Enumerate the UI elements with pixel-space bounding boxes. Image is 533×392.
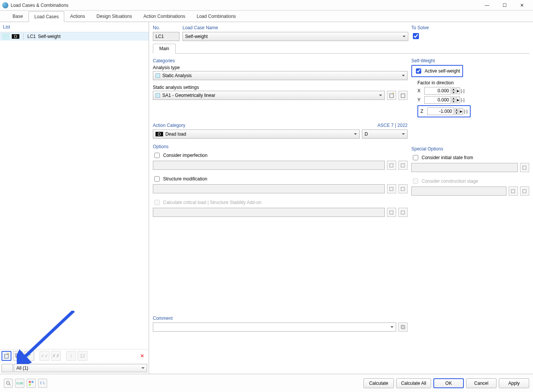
help-button[interactable]	[4, 379, 13, 388]
load-case-code: LC1	[27, 34, 36, 39]
edit-icon	[400, 93, 406, 98]
delete-button[interactable]: ✕	[137, 351, 147, 361]
spin-down-icon[interactable]: ▼	[455, 111, 458, 115]
action-category-title: Action Category	[153, 123, 185, 128]
structure-mod-edit-button[interactable]	[398, 184, 408, 193]
filter-prefix[interactable]	[2, 364, 13, 372]
filter-value: All (1)	[16, 365, 28, 371]
new-load-case-button[interactable]	[2, 351, 11, 361]
spin-up-icon[interactable]: ▲	[452, 87, 455, 91]
expand-icon[interactable]: ▶	[456, 96, 460, 103]
tab-action-combinations[interactable]: Action Combinations	[138, 11, 191, 22]
static-settings-swatch	[155, 93, 160, 98]
filter-combo[interactable]: All (1)	[14, 364, 147, 372]
svg-rect-21	[29, 384, 31, 386]
active-self-weight-check[interactable]: Active self-weight	[414, 67, 460, 75]
svg-rect-20	[32, 381, 33, 383]
minimize-button[interactable]: —	[478, 0, 496, 11]
spin-up-icon[interactable]: ▲	[455, 108, 458, 111]
factor-y-input[interactable]	[424, 96, 451, 104]
categories-title: Categories	[153, 58, 408, 63]
expand-icon[interactable]: ▶	[456, 87, 460, 94]
initial-state-check[interactable]: Consider initial state from	[411, 154, 529, 161]
calculate-button[interactable]: Calculate	[363, 378, 394, 388]
edit-icon	[401, 210, 405, 215]
name-label: Load Case Name	[182, 25, 408, 30]
comment-field[interactable]	[153, 322, 396, 332]
critical-new-button[interactable]	[387, 208, 396, 217]
structure-mod-check[interactable]: Structure modification	[153, 175, 408, 183]
construction-stage-new-button[interactable]	[509, 187, 518, 196]
renumber-button[interactable]: 12	[78, 351, 87, 361]
load-type-badge: D	[12, 34, 19, 39]
cancel-button[interactable]: Cancel	[466, 378, 497, 388]
critical-edit-button[interactable]	[398, 208, 408, 217]
load-case-name: Self-weight	[38, 34, 60, 39]
tab-base[interactable]: Base	[7, 11, 29, 22]
tab-design-situations[interactable]: Design Situations	[91, 11, 138, 22]
action-category-select[interactable]: D Dead load	[153, 130, 360, 139]
analysis-type-select[interactable]: Static Analysis	[153, 71, 408, 80]
subtab-main[interactable]: Main	[153, 44, 176, 54]
factor-z-input[interactable]	[427, 107, 454, 115]
svg-rect-8	[390, 187, 393, 191]
spin-up-icon[interactable]: ▲	[452, 96, 455, 100]
options-title: Options	[153, 144, 408, 149]
new-icon	[389, 187, 394, 191]
classify-button[interactable]	[27, 379, 36, 388]
consider-imperfection-check[interactable]: Consider imperfection	[153, 152, 408, 159]
edit-settings-button[interactable]	[398, 91, 408, 100]
new-settings-button[interactable]	[387, 91, 396, 100]
new-icon	[389, 210, 394, 215]
list-item[interactable]: D LC1 Self-weight	[0, 32, 149, 41]
spin-down-icon[interactable]: ▼	[452, 91, 455, 94]
structure-mod-new-button[interactable]	[387, 184, 396, 193]
script-button[interactable]	[38, 379, 47, 388]
critical-load-check: Calculate critical load | Structure Stab…	[153, 199, 408, 206]
no-field[interactable]: LC1	[153, 32, 179, 41]
svg-rect-3	[17, 355, 20, 358]
footer: 0.00 Calculate Calculate All OK Cancel A…	[0, 374, 533, 392]
shift-button[interactable]	[24, 351, 34, 361]
titlebar: Load Cases & Combinations — ☐ ✕	[0, 0, 533, 11]
script-icon	[40, 381, 45, 386]
units-button[interactable]: 0.00	[15, 379, 24, 388]
check-all-button[interactable]: ✓✓	[40, 351, 49, 361]
ok-button[interactable]: OK	[433, 378, 464, 388]
close-button[interactable]: ✕	[513, 0, 531, 11]
solve-label: To Solve	[411, 25, 529, 30]
initial-state-field[interactable]	[411, 163, 518, 172]
edit-icon	[401, 163, 405, 168]
to-solve-checkbox[interactable]	[413, 33, 419, 39]
uncheck-all-button[interactable]: ✗✗	[51, 351, 61, 361]
imperfection-new-button[interactable]	[387, 161, 396, 170]
initial-state-edit-button[interactable]	[520, 163, 529, 172]
static-settings-select[interactable]: SA1 - Geometrically linear	[153, 91, 385, 100]
critical-field	[153, 208, 385, 217]
action-short-select[interactable]: D	[362, 130, 408, 139]
apply-button[interactable]: Apply	[499, 378, 529, 388]
calculate-all-button[interactable]: Calculate All	[396, 378, 431, 388]
structure-mod-field[interactable]	[153, 184, 385, 193]
tab-load-cases[interactable]: Load Cases	[29, 11, 64, 22]
imperfection-field[interactable]	[153, 161, 385, 170]
tab-load-combinations[interactable]: Load Combinations	[191, 11, 241, 22]
comment-copy-button[interactable]	[398, 322, 408, 332]
tab-actions[interactable]: Actions	[64, 11, 90, 22]
svg-rect-2	[16, 354, 19, 357]
expand-icon[interactable]: ▶	[459, 108, 463, 115]
factor-x-input[interactable]	[424, 87, 451, 95]
svg-rect-16	[523, 190, 526, 193]
shift-icon	[27, 353, 32, 359]
imperfection-edit-button[interactable]	[398, 161, 408, 170]
classify-icon	[29, 381, 34, 386]
new-icon	[389, 163, 394, 168]
edit-icon	[522, 189, 527, 193]
self-weight-title: Self-Weight	[411, 58, 529, 63]
spin-down-icon[interactable]: ▼	[452, 100, 455, 103]
maximize-button[interactable]: ☐	[496, 0, 513, 11]
sort-button[interactable]: ↕	[66, 351, 76, 361]
name-select[interactable]: Self-weight	[182, 32, 408, 41]
copy-load-case-button[interactable]	[13, 351, 23, 361]
construction-stage-edit-button[interactable]	[520, 187, 529, 196]
